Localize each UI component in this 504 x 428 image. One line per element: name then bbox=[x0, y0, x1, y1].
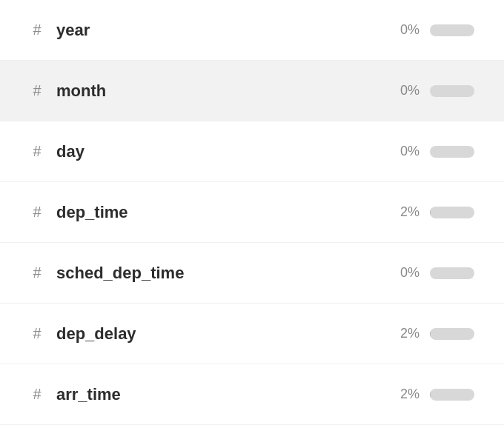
progress-bar-dep_time bbox=[430, 207, 474, 218]
field-name-month: month bbox=[56, 81, 400, 101]
hash-icon: # bbox=[30, 325, 44, 342]
progress-fill-dep_delay bbox=[430, 328, 431, 340]
list-item-day[interactable]: #day0% bbox=[0, 121, 504, 182]
progress-fill-dep_time bbox=[430, 207, 431, 218]
list-item-dep_time[interactable]: #dep_time2% bbox=[0, 182, 504, 243]
progress-bar-sched_dep_time bbox=[430, 267, 474, 279]
progress-bar-arr_time bbox=[430, 389, 474, 401]
field-list: #year0%#month0%#day0%#dep_time2%#sched_d… bbox=[0, 0, 504, 428]
percent-value-day: 0% bbox=[400, 144, 420, 159]
field-name-arr_time: arr_time bbox=[56, 385, 400, 404]
percent-value-year: 0% bbox=[400, 22, 420, 38]
hash-icon: # bbox=[30, 82, 44, 99]
list-item-year[interactable]: #year0% bbox=[0, 0, 504, 61]
progress-bar-dep_delay bbox=[430, 328, 474, 340]
hash-icon: # bbox=[30, 264, 44, 281]
progress-bar-day bbox=[430, 146, 474, 158]
percent-value-month: 0% bbox=[400, 83, 420, 98]
percent-value-dep_time: 2% bbox=[400, 204, 420, 220]
field-name-dep_time: dep_time bbox=[56, 203, 400, 222]
hash-icon: # bbox=[30, 204, 44, 221]
progress-bar-year bbox=[430, 24, 474, 36]
list-item-dep_delay[interactable]: #dep_delay2% bbox=[0, 304, 504, 364]
progress-fill-arr_time bbox=[430, 389, 431, 401]
hash-icon: # bbox=[30, 386, 44, 403]
progress-bar-month bbox=[430, 85, 474, 97]
percent-value-dep_delay: 2% bbox=[400, 326, 420, 341]
list-item-sched_dep_time[interactable]: #sched_dep_time0% bbox=[0, 243, 504, 304]
field-name-dep_delay: dep_delay bbox=[56, 324, 400, 344]
percent-value-sched_dep_time: 0% bbox=[400, 265, 420, 281]
percent-value-arr_time: 2% bbox=[400, 387, 420, 402]
hash-icon: # bbox=[30, 21, 44, 39]
field-name-day: day bbox=[56, 142, 400, 161]
field-name-year: year bbox=[56, 21, 400, 40]
list-item-month[interactable]: #month0% bbox=[0, 61, 504, 121]
list-item-arr_time[interactable]: #arr_time2% bbox=[0, 364, 504, 425]
hash-icon: # bbox=[30, 143, 44, 160]
field-name-sched_dep_time: sched_dep_time bbox=[56, 264, 400, 283]
